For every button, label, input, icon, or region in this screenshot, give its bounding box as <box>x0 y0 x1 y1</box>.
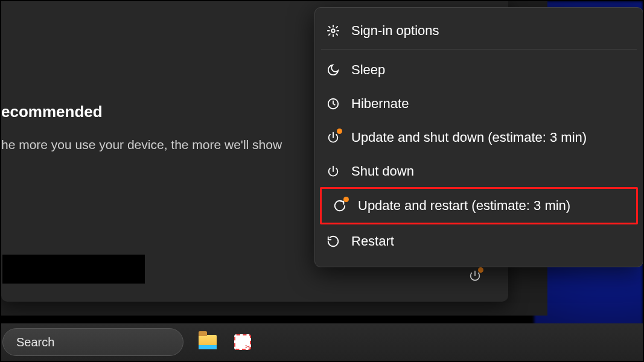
moon-icon <box>326 63 340 77</box>
menu-item-label: Sleep <box>351 62 385 78</box>
menu-separator <box>321 49 637 49</box>
power-menu-item-restart[interactable]: Restart <box>315 224 643 258</box>
power-menu-item-upd-shut[interactable]: Update and shut down (estimate: 3 min) <box>315 121 643 154</box>
taskbar: Search <box>1 323 643 361</box>
file-explorer-icon[interactable] <box>197 331 218 353</box>
recommended-subtext: he more you use your device, the more we… <box>1 138 282 152</box>
clock-icon <box>326 97 340 111</box>
power-icon <box>326 164 340 179</box>
search-placeholder: Search <box>16 335 54 349</box>
svg-point-0 <box>331 29 335 33</box>
power-menu-item-sleep[interactable]: Sleep <box>315 53 643 87</box>
menu-item-label: Update and shut down (estimate: 3 min) <box>351 130 587 145</box>
power-options-menu: Sign-in optionsSleepHibernateUpdate and … <box>314 7 643 267</box>
update-badge-icon <box>478 267 483 273</box>
taskbar-search[interactable]: Search <box>2 328 183 356</box>
menu-item-label: Hibernate <box>351 96 409 112</box>
restart-arrow-icon <box>333 198 347 213</box>
power-menu-item-upd-rest[interactable]: Update and restart (estimate: 3 min) <box>322 189 636 223</box>
power-menu-item-hibernate[interactable]: Hibernate <box>315 87 643 121</box>
menu-item-label: Shut down <box>351 164 414 179</box>
update-badge-icon <box>337 129 342 134</box>
menu-item-label: Restart <box>351 233 394 249</box>
power-menu-item-signin[interactable]: Sign-in options <box>315 14 643 48</box>
restart-icon <box>326 234 340 249</box>
power-icon <box>468 269 482 282</box>
update-badge-icon <box>343 197 349 202</box>
gear-icon <box>326 24 340 38</box>
menu-item-label: Update and restart (estimate: 3 min) <box>358 198 570 214</box>
recommended-heading: ecommended <box>1 103 103 121</box>
power-menu-item-shut[interactable]: Shut down <box>315 154 643 188</box>
power-icon <box>326 130 340 145</box>
power-button[interactable] <box>465 265 485 286</box>
menu-item-label: Sign-in options <box>351 23 439 39</box>
snipping-tool-icon[interactable] <box>232 331 253 353</box>
user-account-area[interactable] <box>2 255 145 284</box>
